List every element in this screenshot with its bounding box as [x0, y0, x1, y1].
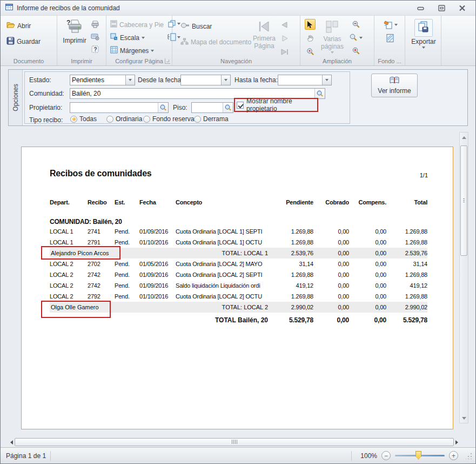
- grand-total-row: TOTAL Bailén, 205.529,780,000,005.529,78: [50, 315, 427, 326]
- estado-combobox[interactable]: [70, 75, 135, 85]
- options-tab[interactable]: Opciones: [9, 70, 23, 125]
- cell-pendiente: 5.529,78: [272, 316, 313, 324]
- vertical-scrollbar[interactable]: [459, 132, 468, 423]
- scale-button[interactable]: Escala: [109, 32, 165, 43]
- cell-est: Pend.: [115, 261, 139, 267]
- search-binoculars-icon: [180, 22, 190, 30]
- open-button[interactable]: Abrir: [5, 20, 56, 31]
- save-button[interactable]: Guardar: [5, 36, 56, 48]
- total-label: TOTAL Bailén, 20: [215, 316, 272, 324]
- zoom-in-icon[interactable]: [351, 45, 361, 56]
- search-button[interactable]: Buscar: [179, 21, 249, 31]
- first-page-button: Primera Página: [249, 18, 279, 57]
- document-map-icon: [180, 38, 189, 47]
- piso-field[interactable]: [191, 102, 233, 113]
- ribbon-group-ampliacion: Varias páginas Ampliación: [300, 16, 374, 65]
- open-folder-icon: [6, 21, 15, 30]
- print-help-icon[interactable]: ?: [90, 44, 100, 55]
- scroll-right-icon[interactable]: [455, 437, 458, 447]
- zoom-slider[interactable]: [395, 455, 445, 456]
- comunidad-input[interactable]: [70, 90, 314, 97]
- save-floppy-icon: [6, 37, 15, 47]
- cell-total: 419,12: [386, 282, 427, 289]
- estado-input[interactable]: [70, 76, 125, 84]
- piso-search-icon[interactable]: [223, 103, 233, 112]
- pointer-tool-icon[interactable]: [305, 19, 316, 30]
- hasta-fecha-dropdown-button[interactable]: [322, 75, 331, 85]
- cell-concepto: Saldo liquidación Liquidación ordi: [176, 282, 272, 289]
- propietario-search-icon[interactable]: [158, 103, 168, 112]
- zoom-out-button[interactable]: −: [381, 451, 391, 460]
- cell-cobrado: 0,00: [313, 293, 349, 300]
- cell-depart: LOCAL 1: [50, 239, 88, 246]
- report-rows: LOCAL 12741Pend.01/09/2016Cuota Ordinari…: [50, 226, 427, 326]
- hand-tool-icon[interactable]: [305, 32, 316, 43]
- next-page-icon: [279, 34, 290, 44]
- cell-total: 1.269,88: [386, 228, 427, 235]
- scroll-down-icon[interactable]: [460, 414, 468, 422]
- desde-fecha-input[interactable]: [181, 76, 221, 84]
- cell-est: Pend.: [115, 228, 139, 235]
- zoom-region-icon[interactable]: [305, 46, 316, 57]
- resize-grip-icon: [466, 453, 472, 459]
- vertical-scrollbar-thumb[interactable]: [460, 145, 467, 256]
- zoom-slider-thumb[interactable]: [415, 451, 421, 460]
- zoom-in-button[interactable]: +: [449, 451, 458, 460]
- group-label-configurar: Configurar Página: [106, 58, 172, 64]
- horizontal-scrollbar-thumb[interactable]: [15, 438, 454, 446]
- cell-pendiente: 31,14: [272, 261, 313, 267]
- restore-button[interactable]: [435, 4, 447, 12]
- estado-label: Estado:: [29, 76, 51, 84]
- subtotal-row: Alejandro Picon ArcosTOTAL: LOCAL 12.539…: [50, 248, 427, 258]
- print-button[interactable]: ? Imprimir: [59, 18, 90, 57]
- report-page: Recibos de comunidades 1/1 Depart. Recib…: [21, 147, 453, 429]
- cell-est: Pend.: [115, 271, 139, 278]
- view-report-button[interactable]: Ver informe: [371, 74, 418, 97]
- piso-input[interactable]: [192, 104, 223, 111]
- cell-fecha: 01/10/2016: [139, 293, 176, 300]
- export-button[interactable]: Exportar: [407, 18, 440, 50]
- ribbon-empty-area: [441, 16, 475, 65]
- minimize-button[interactable]: [415, 4, 427, 12]
- radio-dot-icon: [70, 116, 77, 123]
- cell-total: 2.990,02: [386, 304, 427, 310]
- hasta-fecha-input[interactable]: [278, 76, 322, 84]
- page-count-status: Página 1 de 1: [4, 452, 46, 460]
- close-button[interactable]: [456, 4, 468, 12]
- radio-fondo-reserva[interactable]: Fondo reserva: [143, 115, 194, 123]
- cell-est: Pend.: [115, 293, 139, 300]
- cell-compens: 0,00: [349, 282, 386, 289]
- cell-concepto: Cuota Ordinaria [LOCAL 1] OCTU: [176, 239, 272, 246]
- group-label-ampliacion: Ampliación: [300, 58, 374, 64]
- propietario-input[interactable]: [70, 104, 158, 111]
- hasta-fecha-combobox[interactable]: [278, 75, 332, 85]
- page-color-icon[interactable]: [383, 20, 398, 29]
- desde-fecha-combobox[interactable]: [180, 75, 231, 85]
- print-options-icon[interactable]: [90, 31, 100, 42]
- desde-fecha-dropdown-button[interactable]: [221, 75, 230, 85]
- group-label-navegacion: Navegación: [172, 58, 300, 64]
- scroll-left-icon[interactable]: [10, 437, 13, 447]
- radio-ordinaria[interactable]: Ordinaria: [106, 115, 142, 123]
- cell-fecha: 01/09/2016: [139, 271, 176, 278]
- cell-compens: 0,00: [349, 239, 386, 246]
- watermark-icon[interactable]: [386, 34, 394, 45]
- comunidad-label: Comunidad:: [29, 90, 64, 97]
- quick-print-icon[interactable]: [90, 19, 100, 30]
- table-row: LOCAL 12741Pend.01/09/2016Cuota Ordinari…: [50, 226, 427, 237]
- radio-derrama[interactable]: Derrama: [194, 115, 229, 123]
- zoom-out-icon[interactable]: [351, 19, 361, 30]
- total-label: TOTAL: LOCAL 1: [222, 250, 272, 256]
- cell-depart: LOCAL 2: [50, 293, 88, 300]
- estado-dropdown-button[interactable]: [125, 75, 135, 85]
- margins-button[interactable]: Márgenes: [109, 45, 165, 56]
- radio-todas[interactable]: Todas: [70, 115, 97, 123]
- ribbon-group-exportar: Exportar: [405, 16, 441, 65]
- cell-recibo: 2702: [88, 261, 115, 267]
- horizontal-scrollbar[interactable]: [10, 438, 458, 446]
- cell-total: 5.529,78: [386, 316, 427, 324]
- zoom-level-icon[interactable]: [349, 34, 363, 42]
- propietario-field[interactable]: [70, 102, 169, 113]
- mostrar-propietario-checkbox[interactable]: [237, 102, 244, 109]
- scroll-up-icon[interactable]: [460, 133, 468, 142]
